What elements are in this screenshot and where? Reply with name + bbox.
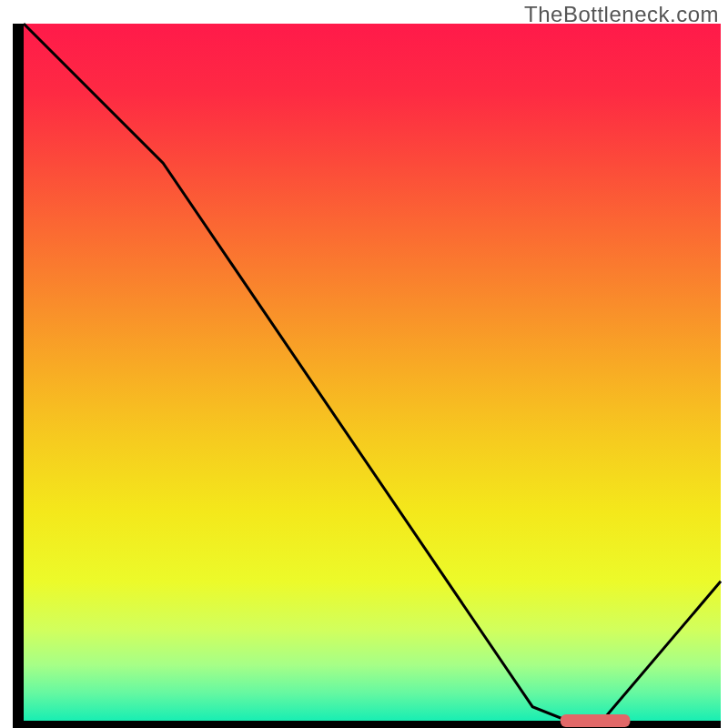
optimal-range-marker	[561, 714, 631, 727]
chart-svg	[0, 0, 728, 728]
chart-stage: TheBottleneck.com	[0, 0, 728, 728]
